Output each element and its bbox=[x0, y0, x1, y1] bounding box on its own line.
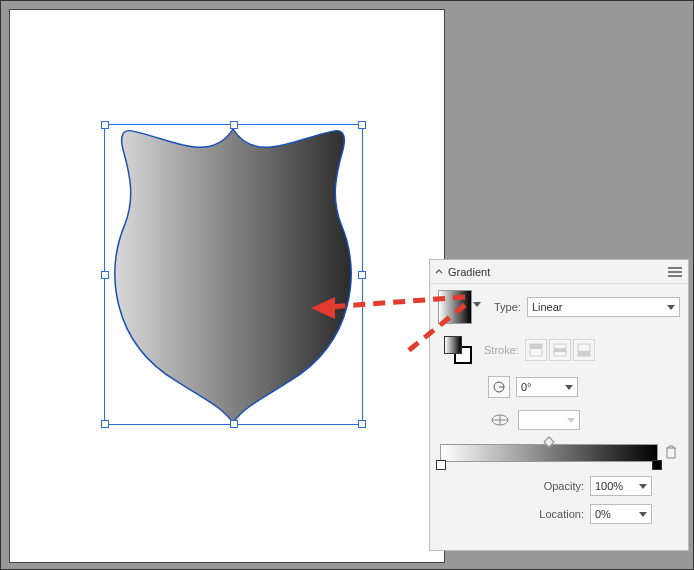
resize-handle-br[interactable] bbox=[358, 420, 366, 428]
selection-bounding-box[interactable] bbox=[104, 124, 363, 425]
svg-rect-3 bbox=[554, 348, 566, 352]
gradient-panel: Gradient Type: Linear Stroke: bbox=[429, 259, 689, 551]
resize-handle-bl[interactable] bbox=[101, 420, 109, 428]
gradient-midpoint-handle[interactable] bbox=[543, 436, 554, 447]
chevron-down-icon bbox=[639, 484, 647, 489]
gradient-ramp[interactable] bbox=[440, 444, 658, 462]
fill-swatch[interactable] bbox=[444, 336, 462, 354]
opacity-value: 100% bbox=[595, 480, 623, 492]
gradient-stop-end[interactable] bbox=[652, 460, 662, 470]
chevron-down-icon bbox=[639, 512, 647, 517]
svg-rect-5 bbox=[578, 351, 590, 356]
fill-stroke-swap[interactable] bbox=[444, 336, 472, 364]
gradient-stop-start[interactable] bbox=[436, 460, 446, 470]
chevron-down-icon bbox=[667, 305, 675, 310]
location-select[interactable]: 0% bbox=[590, 504, 652, 524]
angle-row: 0° bbox=[430, 370, 688, 404]
panel-menu-icon[interactable] bbox=[668, 267, 682, 277]
resize-handle-mr[interactable] bbox=[358, 271, 366, 279]
gradient-swatch-dropdown-icon[interactable] bbox=[473, 302, 481, 307]
stroke-align-center-button[interactable] bbox=[549, 339, 571, 361]
resize-handle-tl[interactable] bbox=[101, 121, 109, 129]
location-label: Location: bbox=[539, 508, 584, 520]
chevron-down-icon bbox=[565, 385, 573, 390]
type-row: Type: Linear bbox=[430, 284, 688, 330]
opacity-label: Opacity: bbox=[544, 480, 584, 492]
svg-rect-1 bbox=[530, 344, 542, 349]
resize-handle-bm[interactable] bbox=[230, 420, 238, 428]
gradient-type-value: Linear bbox=[532, 301, 563, 313]
stroke-align-inside-button[interactable] bbox=[525, 339, 547, 361]
delete-stop-icon[interactable] bbox=[664, 444, 678, 460]
chevron-down-icon bbox=[567, 418, 575, 423]
gradient-preview-swatch[interactable] bbox=[438, 290, 472, 324]
stroke-row: Stroke: bbox=[430, 330, 688, 370]
stroke-align-outside-button[interactable] bbox=[573, 339, 595, 361]
opacity-select[interactable]: 100% bbox=[590, 476, 652, 496]
shield-shape[interactable] bbox=[105, 125, 362, 424]
gradient-slider-area bbox=[430, 436, 688, 466]
resize-handle-ml[interactable] bbox=[101, 271, 109, 279]
angle-value: 0° bbox=[521, 381, 532, 393]
panel-title: Gradient bbox=[448, 266, 490, 278]
aspect-ratio-icon bbox=[488, 410, 512, 430]
gradient-type-select[interactable]: Linear bbox=[527, 297, 680, 317]
location-value: 0% bbox=[595, 508, 611, 520]
panel-header: Gradient bbox=[430, 260, 688, 284]
canvas-artboard bbox=[9, 9, 445, 563]
stroke-label: Stroke: bbox=[484, 344, 519, 356]
aspect-row bbox=[430, 404, 688, 436]
type-label: Type: bbox=[494, 301, 521, 313]
aspect-ratio-select[interactable] bbox=[518, 410, 580, 430]
angle-select[interactable]: 0° bbox=[516, 377, 578, 397]
collapse-chevron-icon[interactable] bbox=[434, 267, 444, 277]
resize-handle-tr[interactable] bbox=[358, 121, 366, 129]
resize-handle-tm[interactable] bbox=[230, 121, 238, 129]
angle-dial-button[interactable] bbox=[488, 376, 510, 398]
